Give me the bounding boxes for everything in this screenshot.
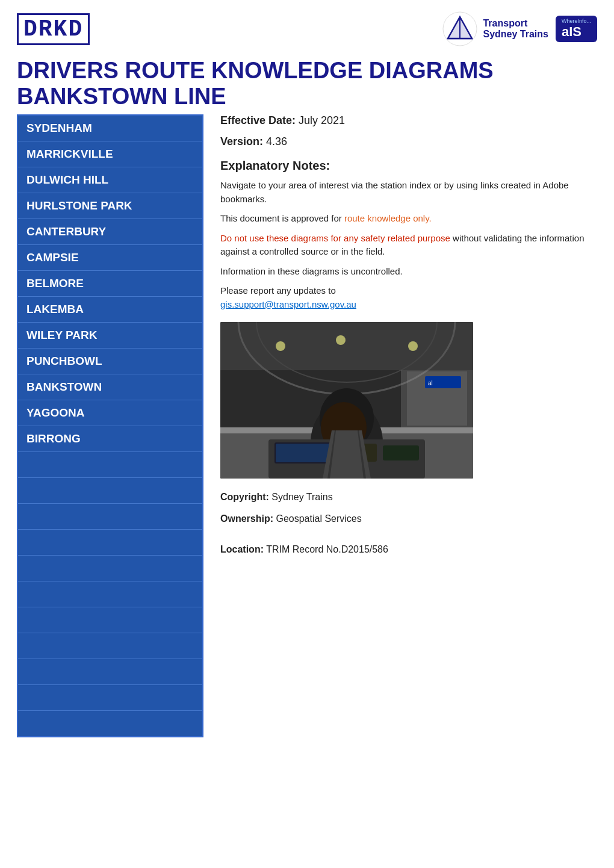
- note5-plain: Please report any updates to: [220, 285, 336, 296]
- drkd-logo: DRKD: [17, 13, 90, 45]
- copyright: Copyright: Sydney Trains: [220, 489, 597, 505]
- station-item-empty: [18, 556, 202, 581]
- station-list: SYDENHAMMARRICKVILLEDULWICH HILLHURLSTON…: [17, 114, 203, 737]
- train-photo: al: [220, 322, 473, 479]
- location-section: Location: TRIM Record No.D2015/586: [220, 544, 597, 555]
- station-item-empty: [18, 711, 202, 736]
- station-item-empty: [18, 581, 202, 607]
- ownership: Ownership: Geospatial Services: [220, 511, 597, 527]
- copyright-section: Copyright: Sydney Trains Ownership: Geos…: [220, 489, 597, 526]
- svg-text:al: al: [428, 380, 433, 386]
- station-item-empty: [18, 659, 202, 685]
- ais-text: aIS: [562, 24, 581, 39]
- main-content: SYDENHAMMARRICKVILLEDULWICH HILLHURLSTON…: [0, 114, 614, 737]
- ais-logo: WhereInfo... aIS: [556, 16, 597, 42]
- note2: This document is approved for route know…: [220, 212, 597, 226]
- effective-date: Effective Date: July 2021: [220, 114, 597, 127]
- station-item-empty: [18, 452, 202, 478]
- station-item-empty: [18, 607, 202, 633]
- svg-rect-18: [276, 444, 333, 462]
- note2-plain: This document is approved for: [220, 213, 344, 223]
- whereinfo-text: WhereInfo...: [562, 18, 591, 24]
- station-item[interactable]: BIRRONG: [18, 426, 202, 452]
- copyright-label: Copyright:: [220, 492, 269, 502]
- ownership-label: Ownership:: [220, 513, 273, 524]
- note2-orange: route knowledge only.: [344, 213, 432, 223]
- header: DRKD Transport Sydney Trains WhereInfo..…: [0, 0, 614, 53]
- explanatory-notes-title: Explanatory Notes:: [220, 159, 597, 173]
- station-item-empty: [18, 633, 202, 659]
- effective-date-label: Effective Date:: [220, 114, 296, 126]
- station-item[interactable]: HURLSTONE PARK: [18, 193, 202, 219]
- station-item[interactable]: CAMPSIE: [18, 245, 202, 271]
- transport-icon: [442, 11, 478, 47]
- header-logos: Transport Sydney Trains WhereInfo... aIS: [442, 11, 597, 47]
- station-item-empty: [18, 478, 202, 504]
- station-item[interactable]: CANTERBURY: [18, 219, 202, 245]
- right-content: Effective Date: July 2021 Version: 4.36 …: [220, 114, 597, 737]
- email-link[interactable]: gis.support@transport.nsw.gov.au: [220, 299, 356, 309]
- svg-point-23: [408, 341, 418, 351]
- note5: Please report any updates to gis.support…: [220, 284, 597, 311]
- station-item[interactable]: YAGOONA: [18, 400, 202, 426]
- location-label: Location:: [220, 544, 264, 554]
- sub-title: BANKSTOWN LINE: [17, 84, 597, 110]
- explanatory-notes: Explanatory Notes: Navigate to your area…: [220, 159, 597, 311]
- station-item[interactable]: LAKEMBA: [18, 297, 202, 323]
- svg-rect-17: [383, 445, 419, 460]
- station-item[interactable]: PUNCHBOWL: [18, 349, 202, 374]
- station-item-empty: [18, 504, 202, 530]
- station-item[interactable]: WILEY PARK: [18, 323, 202, 349]
- note4: Information in these diagrams is uncontr…: [220, 265, 597, 279]
- location: Location: TRIM Record No.D2015/586: [220, 544, 597, 555]
- station-item[interactable]: MARRICKVILLE: [18, 141, 202, 167]
- station-item[interactable]: BANKSTOWN: [18, 374, 202, 400]
- station-item-empty: [18, 530, 202, 556]
- station-item[interactable]: BELMORE: [18, 271, 202, 297]
- main-title: DRIVERS ROUTE KNOWLEDGE DIAGRAMS: [17, 58, 597, 84]
- title-section: DRIVERS ROUTE KNOWLEDGE DIAGRAMS BANKSTO…: [0, 53, 614, 114]
- transport-text: Transport Sydney Trains: [483, 18, 548, 40]
- station-item-empty: [18, 685, 202, 711]
- version-label: Version:: [220, 135, 263, 147]
- note3-red: Do not use these diagrams for any safety…: [220, 233, 450, 243]
- version: Version: 4.36: [220, 135, 597, 148]
- svg-point-21: [276, 341, 285, 351]
- train-photo-svg: al: [220, 322, 473, 479]
- station-item[interactable]: DULWICH HILL: [18, 167, 202, 193]
- svg-point-22: [336, 335, 346, 345]
- note1: Navigate to your area of interest via th…: [220, 179, 597, 206]
- station-item[interactable]: SYDENHAM: [18, 116, 202, 141]
- transport-logo: Transport Sydney Trains: [442, 11, 548, 47]
- note3: Do not use these diagrams for any safety…: [220, 232, 597, 259]
